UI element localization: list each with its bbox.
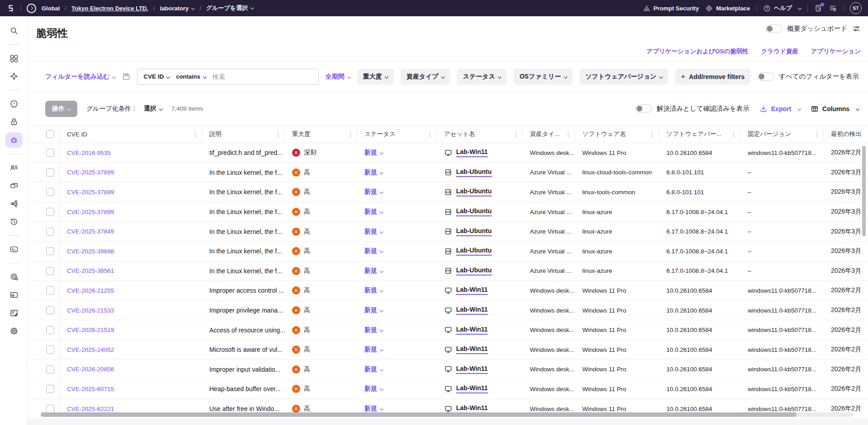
sidebar-item-vulnerabilities[interactable]	[5, 132, 23, 148]
status-dropdown[interactable]: 新規	[364, 247, 383, 255]
horizontal-scrollbar-thumb[interactable]	[41, 412, 797, 417]
status-dropdown[interactable]: 新規	[364, 326, 383, 334]
row-checkbox[interactable]	[46, 168, 54, 177]
cve-link[interactable]: CVE-2026-21255	[67, 287, 114, 294]
column-menu-icon[interactable]: ⋮	[427, 131, 436, 138]
asset-link[interactable]: Lab-Win11	[456, 148, 488, 157]
asset-link[interactable]: Lab-Win11	[456, 345, 488, 354]
cve-link[interactable]: CVE-2026-21533	[67, 307, 114, 314]
row-checkbox[interactable]	[46, 346, 54, 354]
asset-link[interactable]: Lab-Ubuntu	[456, 168, 492, 177]
status-dropdown[interactable]: 新規	[364, 306, 383, 314]
asset-link[interactable]: Lab-Win11	[456, 365, 488, 374]
sidebar-item-terminal[interactable]	[5, 242, 23, 257]
tab-applications[interactable]: アプリケーション	[811, 47, 861, 56]
asset-link[interactable]: Lab-Ubuntu	[456, 207, 492, 216]
cve-link[interactable]: CVE-2025-37899	[67, 169, 114, 176]
status-dropdown[interactable]: 新規	[364, 208, 383, 216]
search-operator-select[interactable]: contains	[176, 73, 206, 80]
column-header-software[interactable]: ソフトウェア名⋮	[575, 126, 659, 143]
filter-chip-software-version[interactable]: ソフトウェアバージョン	[580, 69, 668, 85]
sidebar-item-search[interactable]	[5, 23, 23, 38]
row-checkbox[interactable]	[46, 405, 54, 413]
search-input[interactable]	[212, 73, 313, 80]
asset-link[interactable]: Lab-Win11	[456, 404, 488, 413]
column-header-sw_version[interactable]: ソフトウェアバー...⋮	[659, 126, 741, 143]
add-remove-filters-button[interactable]: +Add/remove filters	[675, 69, 750, 85]
row-checkbox[interactable]	[46, 228, 54, 236]
sidebar-item-alerts[interactable]	[5, 96, 23, 112]
column-header-asset_type[interactable]: 資産タイ...⋮	[523, 126, 575, 143]
audit-log-button[interactable]	[829, 4, 837, 12]
cve-link[interactable]: CVE-2025-60715	[67, 386, 114, 392]
column-menu-icon[interactable]: ⋮	[731, 131, 740, 138]
filter-chip-status[interactable]: ステータス	[457, 69, 507, 85]
sidebar-item-attack-paths[interactable]	[5, 69, 23, 84]
row-checkbox[interactable]	[46, 267, 54, 275]
row-checkbox[interactable]	[46, 326, 54, 334]
status-dropdown[interactable]: 新規	[364, 188, 383, 196]
horizontal-scrollbar-track[interactable]	[41, 412, 854, 417]
status-dropdown[interactable]: 新規	[364, 405, 383, 413]
asset-link[interactable]: Lab-Win11	[456, 286, 488, 295]
sidebar-item-billing[interactable]	[5, 287, 23, 303]
asset-link[interactable]: Lab-Ubuntu	[456, 247, 492, 256]
column-menu-icon[interactable]: ⋮	[347, 131, 357, 138]
column-menu-icon[interactable]: ⋮	[192, 131, 202, 138]
status-dropdown[interactable]: 新規	[364, 168, 383, 177]
sidebar-item-identities[interactable]	[5, 160, 23, 175]
cve-link[interactable]: CVE-2025-38561	[67, 267, 114, 274]
cve-link[interactable]: CVE-2026-21519	[67, 327, 114, 333]
asset-link[interactable]: Lab-Ubuntu	[456, 266, 492, 276]
row-checkbox[interactable]	[46, 365, 54, 374]
sidebar-item-notes[interactable]	[5, 305, 23, 321]
sidebar-item-settings[interactable]	[5, 323, 23, 339]
column-header-asset[interactable]: アセット名⋮	[437, 126, 523, 143]
sidebar-item-network[interactable]	[5, 196, 23, 211]
column-menu-icon[interactable]: ⋮	[513, 131, 522, 138]
asset-link[interactable]: Lab-Win11	[456, 384, 488, 393]
columns-button[interactable]: Columns	[811, 105, 859, 113]
actions-button[interactable]: 操作	[45, 101, 77, 117]
cve-link[interactable]: CVE-2026-20856	[67, 366, 114, 373]
help-menu[interactable]: ヘルプ	[763, 4, 801, 12]
cve-link[interactable]: CVE-2025-39698	[67, 248, 114, 255]
status-dropdown[interactable]: 新規	[364, 346, 383, 354]
sidebar-item-security-issues[interactable]	[5, 114, 23, 130]
cve-link[interactable]: CVE-2016-9535	[67, 149, 111, 156]
breadcrumb-global[interactable]: Global	[42, 5, 60, 12]
column-header-first_detected[interactable]: 最初の検出⋮	[824, 126, 868, 143]
sliders-icon[interactable]	[852, 24, 861, 33]
sidebar-item-dashboards[interactable]	[5, 51, 23, 66]
overview-dashboard-toggle[interactable]	[765, 24, 782, 33]
cve-link[interactable]: CVE-2025-24052	[67, 346, 114, 353]
column-header-cve[interactable]: CVE ID⋮	[60, 126, 202, 143]
status-dropdown[interactable]: 新規	[364, 267, 383, 275]
asset-link[interactable]: Lab-Ubuntu	[456, 227, 492, 236]
breadcrumb-group-select[interactable]: グループを選択	[206, 4, 254, 12]
tab-app-os-vulnerabilities[interactable]: アプリケーションおよびOSの脆弱性	[646, 47, 749, 56]
save-filter-icon[interactable]	[122, 72, 131, 81]
column-menu-icon[interactable]: ⋮	[565, 131, 575, 138]
column-header-status[interactable]: ステータス⋮	[357, 126, 437, 143]
asset-link[interactable]: Lab-Win11	[456, 326, 488, 335]
cve-link[interactable]: CVE-2025-37899	[67, 189, 114, 196]
breadcrumb-account[interactable]: laboratory	[160, 5, 195, 12]
asset-link[interactable]: Lab-Ubuntu	[456, 187, 492, 196]
column-menu-icon[interactable]: ⋮	[275, 131, 284, 138]
column-menu-icon[interactable]: ⋮	[649, 131, 659, 138]
filter-chip-asset-type[interactable]: 資産タイプ	[401, 69, 450, 85]
status-dropdown[interactable]: 新規	[364, 228, 383, 236]
export-button[interactable]: Export	[760, 105, 801, 113]
show-resolved-toggle[interactable]	[635, 104, 652, 113]
search-field-select[interactable]: CVE ID	[143, 73, 170, 80]
column-header-fixed_version[interactable]: 固定バージョン⋮	[741, 126, 824, 143]
status-dropdown[interactable]: 新規	[364, 149, 383, 157]
vertical-scrollbar[interactable]	[862, 146, 866, 236]
user-avatar[interactable]: ST	[850, 2, 862, 14]
breadcrumb-org[interactable]: Tokyo Electron Device LTD.	[71, 5, 148, 12]
cve-link[interactable]: CVE-2025-62221	[67, 406, 114, 412]
release-notes-button[interactable]	[814, 4, 822, 12]
show-all-filters-toggle[interactable]	[757, 72, 774, 81]
status-dropdown[interactable]: 新規	[364, 286, 383, 294]
